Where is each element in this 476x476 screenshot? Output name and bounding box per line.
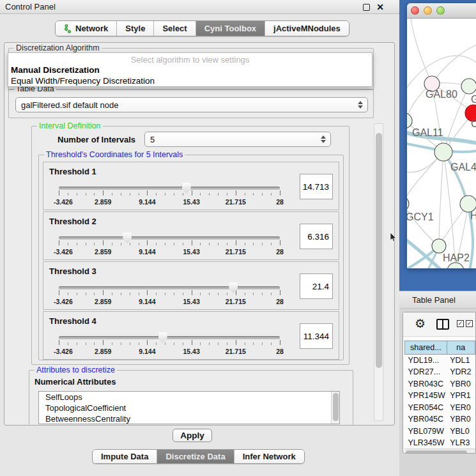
checkbox-icon[interactable] — [466, 320, 473, 327]
panel-scrollbar[interactable] — [374, 123, 383, 421]
list-item[interactable]: BetweennessCentrality — [39, 413, 339, 424]
mac-zoom-icon[interactable] — [436, 6, 445, 15]
mouse-cursor — [390, 233, 397, 243]
attributes-list-scrollbar[interactable] — [331, 392, 339, 424]
tab-impute-data[interactable]: Impute Data — [93, 450, 157, 463]
panel-scrollbar-thumb[interactable] — [376, 133, 382, 368]
right-region: GAL80 G. C GAL11 GAL4 GCY1 H HAP2 Table … — [399, 0, 476, 476]
tab-select[interactable]: Select — [154, 21, 196, 36]
number-of-intervals-combobox[interactable]: 5 — [144, 132, 331, 147]
table-row[interactable]: YBR043CYBR0 — [405, 378, 475, 390]
column-header-name[interactable]: na — [447, 341, 475, 355]
slider-track[interactable] — [59, 286, 280, 289]
threshold-2-panel: Threshold 2 -3.4262.8599.14415.4321.7152… — [43, 211, 339, 260]
table-toolbar: ⚙ — [403, 312, 476, 337]
node-label-partial-g: G. — [471, 94, 476, 105]
numerical-attributes-label: Numerical Attributes — [35, 377, 116, 387]
tab-style[interactable]: Style — [117, 21, 154, 36]
tab-style-label: Style — [125, 24, 145, 33]
threshold-2-value-field[interactable]: 6.316 — [300, 224, 333, 249]
tab-infer-network[interactable]: Infer Network — [234, 450, 304, 463]
tab-jactivemnodules[interactable]: jActiveMNodules — [265, 21, 349, 36]
tab-infer-network-label: Infer Network — [243, 452, 296, 461]
tab-cyni-toolbox[interactable]: Cyni Toolbox — [196, 21, 265, 36]
column-header-shared[interactable]: shared... — [405, 341, 447, 355]
node[interactable] — [461, 79, 476, 94]
table-row[interactable]: YLR345WYLR3 — [405, 437, 475, 449]
number-of-intervals-label: Number of Intervals — [58, 135, 135, 144]
checkbox-icon[interactable] — [457, 320, 464, 327]
node-gal4[interactable] — [434, 143, 452, 161]
table-data-combobox[interactable]: galFiltered.sif default node — [15, 97, 368, 112]
network-window-titlebar[interactable] — [407, 3, 476, 19]
table-row[interactable]: YDR27...YDR2 — [405, 366, 475, 378]
combo-stepper-icon — [321, 135, 326, 143]
discretization-algorithm-title: Discretization Algorithm — [14, 43, 102, 52]
table-panel: ⚙ shared... na YDL19...YDL1 YDR27...YDR2… — [403, 312, 476, 454]
split-columns-icon[interactable] — [436, 319, 449, 330]
apply-button[interactable]: Apply — [173, 429, 212, 442]
node-hap2[interactable] — [432, 239, 446, 253]
control-panel: Control Panel ✕ Network Style Select Cyn… — [0, 0, 399, 476]
node[interactable] — [447, 263, 464, 268]
tab-discretize-data-label: Discretize Data — [165, 452, 225, 461]
dropdown-option-manual-discretization[interactable]: Manual Discretization — [8, 65, 372, 75]
desktop-background: GAL80 G. C GAL11 GAL4 GCY1 H HAP2 — [399, 0, 476, 291]
table-row[interactable]: YER054CYER0 — [405, 402, 475, 414]
slider-track[interactable] — [59, 187, 280, 190]
network-canvas[interactable]: GAL80 G. C GAL11 GAL4 GCY1 H HAP2 — [407, 19, 476, 268]
slider-track[interactable] — [59, 336, 280, 339]
tab-cyni-toolbox-label: Cyni Toolbox — [204, 24, 256, 33]
slider-minor-ticks — [59, 291, 280, 296]
close-icon[interactable]: ✕ — [376, 3, 384, 12]
threshold-3-slider[interactable]: -3.4262.8599.14415.4321.71528 — [59, 282, 280, 308]
gear-icon[interactable]: ⚙ — [415, 316, 426, 331]
tab-discretize-data[interactable]: Discretize Data — [157, 450, 234, 463]
slider-scale-labels: -3.4262.8599.14415.4321.71528 — [59, 198, 280, 206]
threshold-1-slider[interactable]: -3.4262.8599.14415.4321.71528 — [59, 183, 280, 208]
numerical-attributes-list[interactable]: SelfLoops TopologicalCoefficient Between… — [38, 391, 340, 424]
table-row[interactable]: YPR145WYPR1 — [405, 390, 475, 402]
tab-network[interactable]: Network — [56, 21, 117, 36]
tab-select-label: Select — [162, 24, 187, 33]
threshold-4-value-field[interactable]: 11.344 — [300, 323, 333, 349]
table-data-value: galFiltered.sif default node — [21, 100, 118, 110]
tab-network-label: Network — [75, 24, 108, 33]
node-label-gal11: GAL11 — [412, 127, 443, 138]
threshold-1-value-field[interactable]: 14.713 — [300, 174, 333, 199]
cyni-toolbox-panel: Discretization Algorithm Table Data galF… — [4, 42, 395, 426]
threshold-3-value-field[interactable]: 21.4 — [300, 273, 333, 299]
table-panel-titlebar: Table Panel — [399, 291, 476, 309]
float-window-icon[interactable] — [363, 4, 370, 11]
node-label-gal80: GAL80 — [426, 89, 457, 100]
slider-scale-labels: -3.4262.8599.14415.4321.71528 — [59, 248, 280, 256]
threshold-3-label: Threshold 3 — [49, 266, 96, 276]
node-label-gal4: GAL4 — [450, 162, 476, 173]
combo-stepper-icon — [358, 101, 363, 109]
node-attribute-table: shared... na YDL19...YDL1 YDR27...YDR2 Y… — [404, 341, 475, 454]
table-panel-title: Table Panel — [412, 295, 456, 305]
table-data-group: Table Data galFiltered.sif default node — [8, 89, 374, 118]
threshold-4-slider[interactable]: -3.4262.8599.14415.4321.71528 — [59, 332, 280, 358]
thresholds-group: Threshold's Coordinates for 5 Intervals … — [38, 155, 344, 360]
table-row[interactable]: YDL19...YDL1 — [405, 355, 475, 367]
table-row[interactable]: YBL079WYBL0 — [405, 426, 475, 438]
tab-impute-data-label: Impute Data — [101, 452, 148, 461]
list-item[interactable]: TopologicalCoefficient — [39, 403, 339, 413]
tab-jactivemnodules-label: jActiveMNodules — [273, 24, 341, 33]
attributes-title: Attributes to discretize — [35, 365, 117, 374]
table-horizontal-scrollbar[interactable] — [404, 449, 475, 454]
threshold-2-slider[interactable]: -3.4262.8599.14415.4321.71528 — [59, 233, 280, 258]
table-row[interactable]: YBR045CYBR0 — [405, 413, 475, 426]
mac-close-icon[interactable] — [411, 6, 419, 15]
interval-definition-title: Interval Definition — [37, 121, 103, 130]
list-item[interactable]: SelfLoops — [39, 392, 339, 403]
mac-minimize-icon[interactable] — [424, 6, 432, 15]
node-gcy1[interactable] — [407, 197, 409, 211]
interval-definition-group: Interval Definition Number of Intervals … — [31, 126, 349, 365]
slider-track[interactable] — [59, 236, 280, 240]
threshold-1-label: Threshold 1 — [49, 167, 96, 176]
dropdown-option-equal-width-frequency[interactable]: Equal Width/Frequency Discretization — [8, 75, 372, 86]
control-panel-titlebar: Control Panel ✕ — [0, 0, 399, 14]
table-hscroll-thumb[interactable] — [406, 450, 467, 454]
